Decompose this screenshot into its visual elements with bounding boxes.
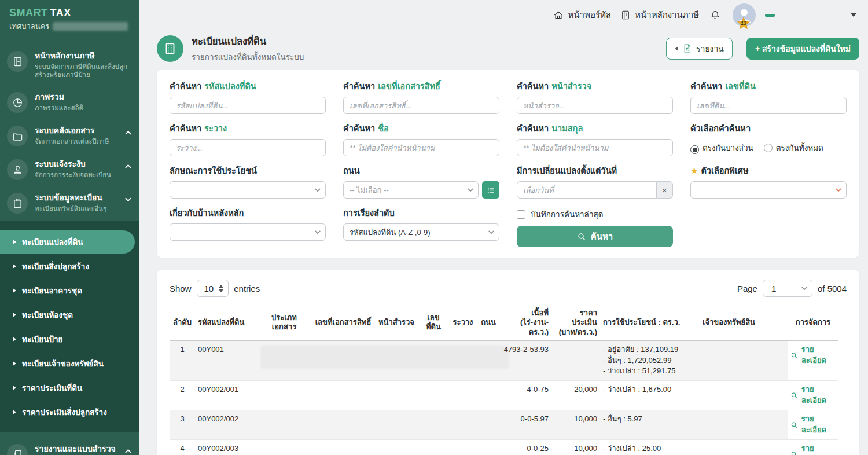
road-list-button[interactable]	[482, 181, 499, 199]
create-plot-button[interactable]: + สร้างข้อมูลแปลงที่ดินใหม่	[746, 38, 859, 60]
radio-exact-match[interactable]: ตรงกันทั้งหมด	[764, 141, 823, 154]
chevron-down-icon	[315, 230, 321, 234]
detail-link[interactable]: รายละเอียด	[790, 384, 836, 406]
cell-plot-code: 00Y002/003	[195, 439, 258, 455]
page-subtitle: รายการแปลงที่ดินทั้งหมดในระบบ	[192, 50, 304, 63]
sidebar-nav-item[interactable]: ระบบแจ้งระงับ จักการการระงับจดทะเบียน	[0, 153, 139, 186]
last-name-input[interactable]	[517, 139, 673, 156]
filter-land-no: คำค้นหาเลขที่ดิน	[690, 79, 847, 114]
star-badge: 13	[736, 16, 751, 31]
detail-link[interactable]: รายละเอียด	[790, 414, 836, 436]
changed-since-date-input[interactable]	[517, 181, 657, 199]
page-size-select[interactable]: 10	[197, 280, 229, 297]
nav-item-title: ระบบข้อมูลทะเบียน	[35, 193, 118, 203]
sidebar-nav-item[interactable]: รายงานและแบบสำรวจ แบบสำรวจ, ภ.ด.ส., ภ.ป.	[0, 438, 139, 455]
bell-icon[interactable]	[709, 9, 721, 21]
sort-select[interactable]: รหัสแปลงที่ดิน (A-Z ,0-9)	[343, 223, 499, 241]
nav-item-icon	[7, 92, 28, 113]
usage-type-select[interactable]	[170, 181, 326, 199]
table-row: 3 00Y002/002 0-0-5.97 10,000 - อื่นๆ : 5…	[170, 410, 838, 439]
col-deed-no: เลขที่เอกสารสิทธิ์	[311, 305, 376, 340]
col-actions: การจัดการ	[788, 305, 838, 340]
page-icon	[157, 35, 183, 62]
sidebar-submenu-item[interactable]: ทะเบียนป้าย	[0, 328, 139, 351]
sidebar-submenu-item[interactable]: ราคาประเมินที่ดิน	[0, 376, 139, 399]
cell-land-no	[417, 410, 450, 439]
caret-right-icon	[13, 386, 16, 390]
topbar-portal-link[interactable]: หน้าพอร์ทัล	[553, 8, 611, 22]
nav-item-icon	[7, 126, 28, 146]
main-house-select[interactable]	[170, 223, 326, 241]
filter-deed-no: คำค้นหาเลขที่เอกสารสิทธิ์	[343, 79, 499, 114]
user-menu-caret-icon[interactable]	[851, 13, 856, 17]
cell-map-sheet	[450, 381, 476, 410]
land-plot-table: ลำดับ รหัสแปลงที่ดิน ประเภทเอกสาร เลขที่…	[170, 305, 838, 455]
nav-item-subtitle: ระบบจัดการภาษีที่ดินและสิ่งปลูกสร้างพร้อ…	[35, 63, 131, 80]
caret-right-icon	[13, 410, 16, 414]
cell-plot-code: 00Y001	[195, 340, 258, 381]
search-button[interactable]: ค้นหา	[517, 226, 673, 247]
cell-owner	[700, 381, 788, 410]
filter-sort: การเรียงลำดับ รหัสแปลงที่ดิน (A-Z ,0-9)	[343, 206, 499, 247]
special-options-select[interactable]	[690, 181, 847, 199]
save-search-checkbox[interactable]	[517, 210, 525, 219]
clear-date-button[interactable]: ×	[657, 181, 673, 199]
cell-area: 0-0-25	[501, 439, 551, 455]
nav-item-icon	[7, 193, 28, 214]
caret-right-icon	[13, 240, 16, 244]
submenu-item-label: ทะเบียนสิ่งปลูกสร้าง	[22, 260, 89, 273]
close-icon: ×	[662, 185, 667, 195]
caret-right-icon	[13, 264, 16, 269]
sidebar-nav-item[interactable]: หน้าหลักงานภาษี ระบบจัดการภาษีที่ดินและส…	[0, 45, 139, 86]
sidebar-nav-item[interactable]: ระบบคลังเอกสาร จัดการเอกสารแต่ละปีภาษี	[0, 119, 139, 153]
radio-partial-match[interactable]: ตรงกันบางส่วน	[690, 141, 753, 155]
page-select[interactable]: 1	[763, 280, 812, 297]
brand-org: เทศบาลนคร	[9, 20, 130, 32]
radio-unselected-icon	[764, 144, 773, 152]
topbar-taxhome-link[interactable]: หน้าหลักงานภาษี	[620, 8, 699, 22]
cell-price: 10,000	[551, 410, 600, 439]
cell-owner	[700, 410, 788, 439]
sidebar-submenu-item[interactable]: ทะเบียนห้องชุด	[0, 303, 139, 326]
caret-right-icon	[13, 361, 16, 366]
detail-link[interactable]: รายละเอียด	[790, 443, 836, 455]
land-plot-icon	[163, 41, 178, 56]
first-name-input[interactable]	[343, 139, 499, 156]
sidebar-submenu-item[interactable]: ทะเบียนสิ่งปลูกสร้าง	[0, 255, 139, 278]
filter-first-name: คำค้นหาชื่อ	[343, 122, 499, 156]
sidebar-nav-item[interactable]: ภาพรวม ภาพรวมและสถิติ	[0, 86, 139, 119]
deed-no-input[interactable]	[343, 97, 499, 114]
detail-link[interactable]: รายละเอียด	[790, 344, 836, 366]
cell-road	[476, 439, 501, 455]
search-icon	[790, 351, 798, 359]
nav-item-title: ภาพรวม	[35, 92, 131, 102]
chevron-icon	[125, 197, 131, 202]
sidebar-submenu-item[interactable]: ราคาประเมินสิ่งปลูกสร้าง	[0, 401, 139, 424]
report-button[interactable]: รายงาน	[666, 38, 733, 60]
table-controls: Show 10 entries Page 1 of 5004	[170, 280, 847, 297]
cell-usage: - อยู่อาศัย : 137,109.19 - อื่นๆ : 1,729…	[600, 340, 700, 381]
nav-item-icon	[7, 444, 28, 455]
submenu-item-label: ราคาประเมินที่ดิน	[22, 381, 82, 394]
sidebar: SMARTTAX เทศบาลนคร หน้าหลักงานภาษี ระบบจ…	[0, 0, 139, 455]
table-header-row: ลำดับ รหัสแปลงที่ดิน ประเภทเอกสาร เลขที่…	[170, 305, 838, 340]
filter-usage-type: ลักษณะการใช้ประโยชน์	[170, 164, 326, 199]
col-land-no: เลขที่ดิน	[417, 305, 450, 340]
col-doc-type: ประเภทเอกสาร	[258, 305, 311, 340]
survey-page-input[interactable]	[517, 97, 673, 114]
col-no: ลำดับ	[170, 305, 195, 340]
cell-price: 20,000	[551, 381, 600, 410]
submenu-item-label: ทะเบียนแปลงที่ดิน	[22, 236, 83, 248]
road-select[interactable]: -- ไม่เลือก --	[343, 181, 479, 199]
submenu-item-label: ราคาประเมินสิ่งปลูกสร้าง	[22, 406, 107, 419]
map-sheet-input[interactable]	[170, 139, 326, 156]
cell-usage: - ว่างเปล่า : 25.00	[600, 439, 700, 455]
land-no-input[interactable]	[690, 97, 847, 114]
sidebar-submenu-item[interactable]: ทะเบียนแปลงที่ดิน	[0, 230, 135, 254]
sidebar-submenu-item[interactable]: ทะเบียนเจ้าของทรัพย์สิน	[0, 352, 139, 375]
sidebar-submenu-item[interactable]: ทะเบียนอาคารชุด	[0, 279, 139, 302]
plot-code-input[interactable]	[170, 97, 326, 114]
cell-no: 3	[170, 410, 195, 439]
sidebar-nav-item[interactable]: ระบบข้อมูลทะเบียน ทะเบียนทรัพย์สินและอื่…	[0, 186, 139, 220]
user-avatar[interactable]: 13	[733, 3, 756, 27]
